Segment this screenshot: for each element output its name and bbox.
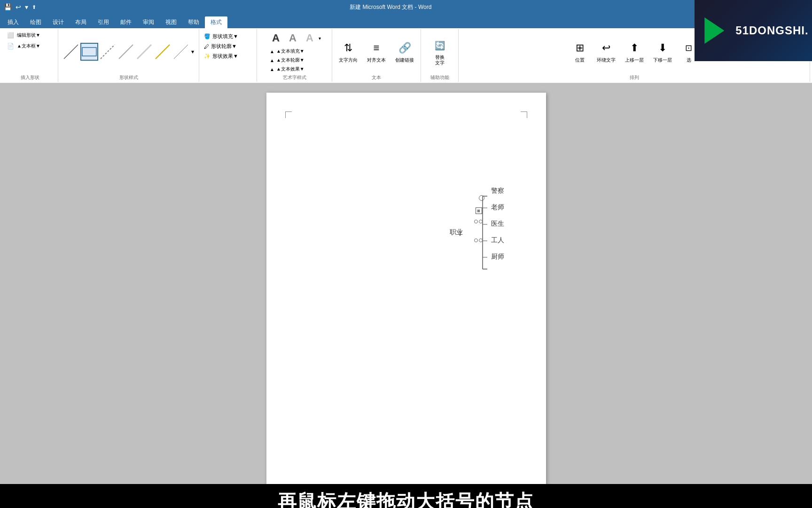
text-effect-icon: ▲ [270,67,274,72]
tab-layout[interactable]: 布局 [70,16,92,28]
smartart-item-4: 工人 [491,236,504,245]
group-shape-style-lines: ▾ 形状样式 [58,29,199,82]
group-shape-style-label: 形状样式 [119,74,138,81]
group-shape-format-label [226,74,230,81]
move-indicator: ↕ [458,228,462,238]
art-text-more[interactable]: ▾ [319,36,321,41]
group-assist: 🔄 替换文字 辅助功能 [421,29,459,82]
tab-draw[interactable]: 绘图 [24,16,47,28]
group-arrange-label: 排列 [630,74,639,81]
smartart-item-1: 警察 [491,187,504,195]
main-area: 职业 ↕ ⊞ [0,83,812,484]
titlebar-left: 💾 ↩ ▾ ⬆ [4,3,36,11]
word-page: 职业 ↕ ⊞ [266,93,546,484]
select-icon: ⊡ [681,40,696,56]
art-letter-A3[interactable]: A [302,30,318,46]
tab-insert[interactable]: 插入 [2,16,24,28]
smartart-item-5: 厨师 [491,253,504,261]
corner-mark-tr [521,111,527,118]
shape-style-4[interactable] [117,43,135,61]
shape-effect-btn[interactable]: ✨ 形状效果▼ [202,52,254,61]
wrap-text-icon: ↩ [599,40,614,56]
link-icon: 🔗 [397,40,412,56]
text-outline-btn[interactable]: ▲ ▲文本轮廓▼ [268,56,320,64]
text-outline-icon: ▲ [270,58,274,63]
logo-play-icon [698,14,731,47]
smartart-container: 职业 ↕ ⊞ [445,187,539,271]
tab-format[interactable]: 格式 [205,16,227,28]
group-insert-shape-label: 插入形状 [21,74,39,81]
bracket-handle-2[interactable] [474,238,483,242]
shape-outline-btn[interactable]: 🖊 形状轮廓▼ [202,42,254,51]
group-assist-label: 辅助功能 [430,74,449,81]
ribbon-main: ⬜ 编辑形状▼ 📄 ▲文本框▼ 插入形状 [0,28,812,83]
edit-shape-btn[interactable]: 编辑形状▼ [15,31,53,40]
svg-line-2 [101,45,115,59]
corner-mark-tl [285,111,292,118]
shape-style-7[interactable] [172,43,190,61]
text-direction-icon: ⇅ [341,40,356,56]
quick-access-undo[interactable]: ↩ [16,3,21,11]
svg-line-4 [137,45,151,59]
shape-fill-icon: 🪣 [204,33,211,40]
svg-line-0 [64,45,78,59]
art-letter-A1[interactable]: A [268,30,284,46]
group-text: ⇅ 文字方向 ≡ 对齐文本 🔗 创建链接 文本 [332,29,421,82]
group-text-label: 文本 [372,74,381,81]
tab-review[interactable]: 审阅 [137,16,160,28]
tab-mailings[interactable]: 邮件 [115,16,137,28]
svg-rect-1 [82,48,96,56]
titlebar: 💾 ↩ ▾ ⬆ 新建 Microsoft Word 文档 - Word 素子为 … [0,0,812,14]
shape-style-6[interactable] [154,43,172,61]
edit-shape-icon: ⬜ [7,32,14,39]
shape-fill-btn[interactable]: 🪣 形状填充▼ [202,32,254,41]
group-art-text: A A A ▾ ▲ ▲文本填充▼ ▲ ▲文本轮廓▼ ▲ [257,29,332,82]
align-text-icon: ≡ [369,40,384,56]
text-box-icon: 📄 [7,43,14,49]
group-shape-format: 🪣 形状填充▼ 🖊 形状轮廓▼ ✨ 形状效果▼ [199,29,257,82]
ribbon-tabs: 插入 绘图 设计 布局 引用 邮件 审阅 视图 帮助 格式 💡 [0,14,812,28]
art-letter-A2[interactable]: A [285,30,301,46]
text-box-btn[interactable]: ▲文本框▼ [15,41,53,51]
bracket-svg [473,191,487,274]
tab-help[interactable]: 帮助 [182,16,205,28]
logo-text: 51DONGSHI. [735,24,808,37]
smartart-item-3: 医生 [491,220,504,228]
svg-line-5 [156,45,170,59]
shape-style-5[interactable] [135,43,153,61]
tab-design[interactable]: 设计 [47,16,70,28]
ribbon-panel: ⬜ 编辑形状▼ 📄 ▲文本框▼ 插入形状 [0,28,812,83]
text-effect-btn[interactable]: ▲ ▲文本效果▼ [268,65,320,73]
text-fill-btn[interactable]: ▲ ▲文本填充▼ [268,47,320,56]
page-area[interactable]: 职业 ↕ ⊞ [0,83,812,484]
align-text-btn[interactable]: ≡ 对齐文本 [363,39,390,65]
shape-style-2[interactable] [80,43,98,61]
smartart-item-2: 老师 [491,203,504,212]
bring-forward-btn[interactable]: ⬆ 上移一层 [621,39,648,65]
quick-access-save[interactable]: 💾 [4,3,12,11]
shape-outline-icon: 🖊 [204,44,209,49]
create-link-btn[interactable]: 🔗 创建链接 [391,39,418,65]
position-btn[interactable]: ⊞ 位置 [569,39,591,65]
ribbon-collapse[interactable]: ⬆ [32,4,36,10]
group-art-text-label: 艺术字样式 [283,74,306,81]
shape-effect-icon: ✨ [204,53,211,59]
text-direction-btn[interactable]: ⇅ 文字方向 [335,39,361,65]
svg-line-3 [119,45,133,59]
send-backward-icon: ⬇ [655,40,670,56]
wrap-text-btn[interactable]: ↩ 环绕文字 [593,39,619,65]
logo-overlay: 51DONGSHI. [695,0,812,61]
shape-style-3[interactable] [99,43,117,61]
send-backward-btn[interactable]: ⬇ 下移一层 [649,39,676,65]
tab-references[interactable]: 引用 [92,16,115,28]
position-icon: ⊞ [572,40,587,56]
shape-style-1[interactable] [62,43,80,61]
tab-view[interactable]: 视图 [160,16,182,28]
quick-access-menu[interactable]: ▾ [25,3,28,11]
replace-icon: 🔄 [432,38,447,53]
subtitle-bar: 再鼠标左键拖动大括号的节点 [0,484,812,508]
shape-style-more[interactable]: ▾ [190,48,195,56]
subtitle-text: 再鼠标左键拖动大括号的节点 [278,491,534,508]
bracket-handle-1[interactable] [474,220,483,223]
replace-text-btn[interactable]: 🔄 替换文字 [429,36,451,68]
